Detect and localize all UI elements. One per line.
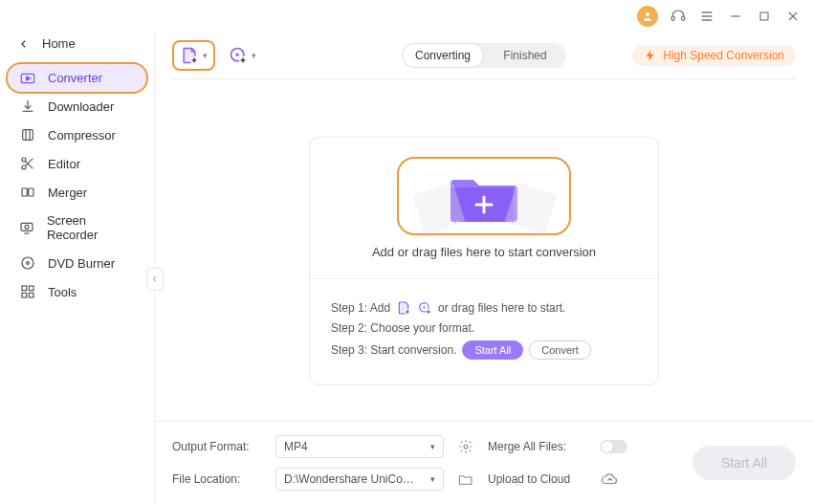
sidebar-item-label: Tools [48, 285, 77, 299]
settings-icon[interactable] [451, 439, 480, 454]
screen-recorder-icon [19, 220, 35, 235]
svg-rect-30 [29, 293, 33, 297]
sidebar-item-converter[interactable]: Converter [8, 64, 146, 92]
svg-rect-2 [682, 16, 685, 21]
tab-converting[interactable]: Converting [402, 43, 484, 68]
drop-title: Add or drag files here to start conversi… [372, 245, 596, 259]
sidebar-item-label: Downloader [48, 99, 114, 114]
svg-point-35 [236, 54, 239, 56]
svg-rect-27 [22, 286, 27, 291]
sidebar-item-dvd-burner[interactable]: DVD Burner [8, 249, 146, 277]
open-folder-icon[interactable] [451, 471, 480, 487]
svg-point-51 [464, 445, 468, 449]
merge-toggle[interactable] [601, 440, 627, 453]
cloud-icon[interactable] [601, 472, 685, 486]
svg-rect-40 [504, 182, 557, 234]
svg-rect-19 [22, 188, 27, 196]
sidebar-item-editor[interactable]: Editor [8, 149, 146, 178]
svg-rect-39 [412, 182, 465, 234]
sidebar-item-label: Converter [48, 71, 102, 85]
sidebar-collapse-button[interactable] [146, 268, 164, 291]
upload-label: Upload to Cloud [488, 472, 593, 486]
svg-point-26 [27, 262, 30, 265]
close-icon[interactable] [784, 8, 802, 25]
home-row[interactable]: Home [0, 33, 154, 64]
svg-point-25 [22, 257, 33, 269]
add-file-icon [396, 300, 411, 316]
divider [310, 278, 658, 279]
high-speed-badge[interactable]: High Speed Conversion [632, 45, 796, 66]
high-speed-label: High Speed Conversion [663, 49, 784, 62]
back-icon[interactable] [19, 39, 29, 49]
svg-rect-29 [22, 293, 27, 297]
tab-group: Converting Finished [402, 43, 566, 68]
maximize-icon[interactable] [756, 8, 773, 25]
file-location-select[interactable]: D:\Wondershare UniConverter 1 ▾ [275, 468, 444, 491]
drop-card: Add or drag files here to start conversi… [309, 137, 659, 385]
output-format-label: Output Format: [172, 440, 268, 453]
svg-rect-1 [671, 16, 674, 21]
svg-point-47 [423, 306, 425, 308]
chevron-down-icon: ▾ [203, 51, 208, 60]
add-file-button[interactable]: ▾ [172, 40, 215, 71]
sidebar-item-compressor[interactable]: Compressor [8, 121, 146, 149]
svg-rect-28 [29, 286, 33, 291]
step-2: Step 2: Choose your format. [331, 321, 637, 335]
step-3: Step 3: Start conversion. Start All Conv… [331, 340, 637, 360]
scissors-icon [19, 156, 36, 171]
merger-icon [19, 185, 36, 200]
merge-label: Merge All Files: [488, 440, 593, 453]
file-location-label: File Location: [172, 472, 268, 486]
step-1: Step 1: Add or drag files here to start. [331, 300, 637, 316]
compressor-icon [19, 127, 36, 142]
svg-marker-11 [27, 77, 31, 80]
grid-icon [19, 284, 36, 299]
svg-point-23 [25, 225, 29, 229]
svg-rect-12 [23, 130, 33, 141]
svg-rect-10 [21, 74, 33, 82]
add-disc-button[interactable]: ▾ [223, 42, 262, 69]
sidebar-item-label: Merger [48, 186, 87, 200]
sidebar-item-downloader[interactable]: Downloader [8, 92, 146, 121]
add-disc-icon [417, 300, 432, 316]
tab-finished[interactable]: Finished [484, 43, 566, 68]
disc-icon [19, 255, 36, 271]
chevron-down-icon: ▾ [430, 442, 435, 451]
convert-sample-button[interactable]: Convert [529, 340, 591, 360]
svg-rect-20 [29, 188, 33, 196]
output-format-select[interactable]: MP4 ▾ [275, 435, 444, 458]
start-all-button[interactable]: Start All [692, 446, 796, 480]
avatar[interactable] [637, 6, 658, 27]
start-all-sample-button[interactable]: Start All [462, 340, 523, 360]
chevron-down-icon: ▾ [430, 474, 435, 484]
home-label: Home [42, 36, 76, 51]
svg-rect-7 [760, 12, 768, 20]
drop-zone[interactable] [397, 157, 571, 235]
converter-icon [19, 72, 36, 85]
download-icon [19, 99, 36, 114]
sidebar-item-label: Compressor [48, 128, 116, 142]
sidebar-item-screen-recorder[interactable]: Screen Recorder [8, 207, 146, 249]
svg-rect-22 [21, 223, 33, 230]
sidebar-item-merger[interactable]: Merger [8, 178, 146, 207]
chevron-down-icon: ▾ [252, 51, 256, 60]
sidebar-item-label: Editor [48, 157, 80, 171]
sidebar: Home Converter Downloader Compressor Edi… [0, 33, 155, 504]
sidebar-item-label: DVD Burner [48, 256, 115, 271]
svg-point-0 [646, 12, 649, 16]
minimize-icon[interactable] [727, 8, 744, 25]
sidebar-item-label: Screen Recorder [47, 213, 135, 242]
sidebar-item-tools[interactable]: Tools [8, 277, 146, 306]
support-icon[interactable] [670, 8, 687, 25]
menu-icon[interactable] [698, 8, 715, 25]
